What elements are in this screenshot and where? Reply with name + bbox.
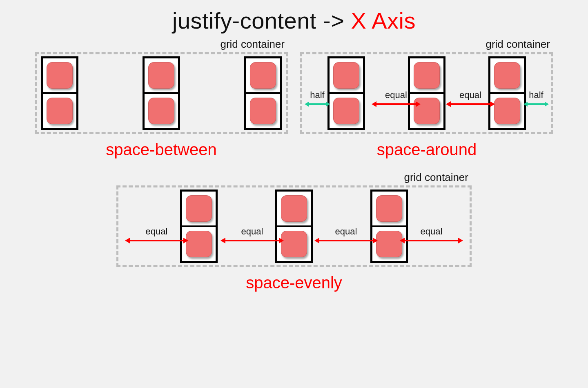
half-arrow-left: half [305,91,330,108]
caption-around: space-around [300,140,553,159]
tile [494,62,520,89]
grid-cell [409,93,444,129]
grid-cell [144,93,179,129]
arrow-label: equal [335,227,357,236]
double-arrow-icon [400,237,463,244]
tile [376,231,402,257]
svg-marker-11 [545,102,549,107]
svg-marker-23 [458,238,463,243]
tile [281,195,307,222]
arrow-label: equal [459,91,481,100]
arrow-label: equal [146,227,168,236]
grid-cell [490,93,525,129]
tile [186,195,212,222]
title-arrow: -> [323,8,344,33]
tile [47,98,73,124]
svg-marker-19 [314,238,319,243]
svg-marker-16 [220,238,225,243]
grid-cell [372,191,407,226]
double-arrow-icon [220,237,284,244]
double-arrow-icon [446,100,495,108]
double-arrow-icon [314,237,378,244]
grid-column [180,190,218,263]
tile [414,62,440,89]
arrow-label: half [529,91,543,100]
container-label: grid container [35,38,288,51]
grid-column [41,56,78,130]
grid-column [327,56,365,130]
arrow-label: equal [421,227,443,236]
tile [47,62,73,89]
example-space-around: grid container half [300,38,553,159]
grid-column [143,56,180,130]
tile [148,62,174,89]
container-label: grid container [116,171,472,184]
equal-arrow-e1: equal [125,227,188,244]
grid-cell [42,93,77,129]
grid-cell [409,58,444,93]
tile [376,195,402,222]
svg-marker-7 [446,101,451,107]
grid-cell [276,191,312,226]
grid-cell [245,93,281,129]
grid-container-evenly: equal equal equal [116,185,472,267]
page-title: justify-content -> X Axis [0,0,588,34]
caption-between: space-between [35,140,288,159]
grid-column [275,190,313,263]
example-space-evenly: grid container equal [116,171,472,292]
grid-container-around: half equal equal [300,52,553,134]
grid-cell [329,58,364,93]
grid-cell [144,58,179,93]
grid-cell [181,226,216,262]
svg-marker-1 [305,102,309,107]
tile [414,98,440,124]
container-label: grid container [300,38,553,51]
double-arrow-icon [125,237,188,244]
equal-arrow-2: equal [446,91,495,108]
example-space-between: grid container space-between [35,38,288,159]
arrow-label: equal [241,227,263,236]
tile [186,231,212,257]
tile [494,98,520,124]
grid-cell [42,58,77,93]
grid-column [408,56,445,130]
double-arrow-icon [305,100,330,108]
tile [281,231,307,257]
tile [333,98,359,124]
tile [333,62,359,89]
grid-container-between [35,52,288,134]
half-arrow-right: half [523,91,549,108]
tile [250,62,276,89]
tile [250,98,276,124]
title-axis: X Axis [351,8,416,33]
grid-cell [490,58,525,93]
svg-marker-13 [125,238,130,243]
tile [148,98,174,124]
double-arrow-icon [523,100,549,108]
arrow-label: half [310,91,324,100]
svg-marker-4 [372,101,376,107]
grid-column [244,56,282,130]
grid-column [370,190,408,263]
arrow-label: equal [385,91,407,100]
grid-cell [372,226,407,262]
grid-cell [276,226,312,262]
grid-cell [181,191,216,226]
equal-arrow-e2: equal [220,227,284,244]
grid-cell [329,93,364,129]
caption-evenly: space-evenly [116,274,472,292]
equal-arrow-e4: equal [400,227,463,244]
grid-cell [245,58,281,93]
grid-column [488,56,526,130]
equal-arrow-e3: equal [314,227,378,244]
title-property: justify-content [172,8,316,33]
